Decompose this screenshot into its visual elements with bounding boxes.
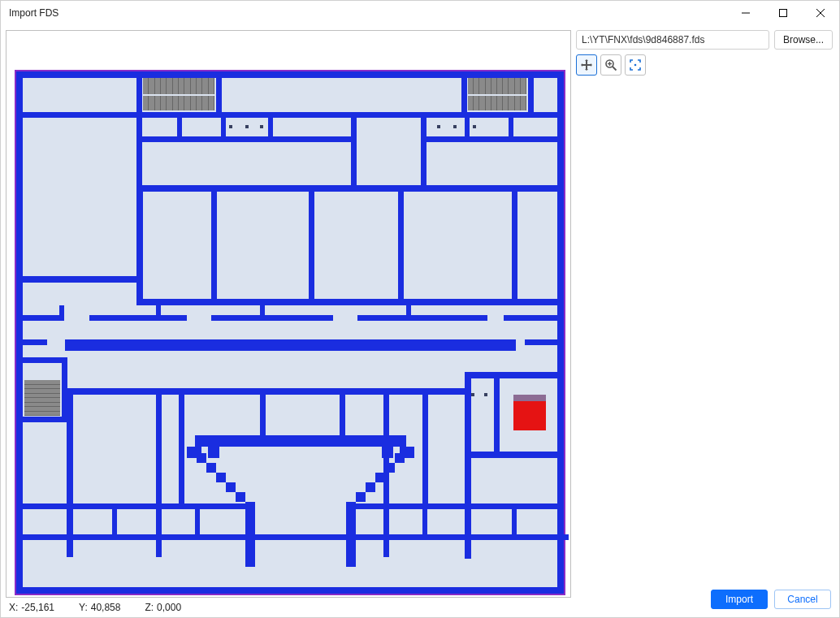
import-fds-dialog: Import FDS: [0, 0, 840, 618]
zoom-icon: [604, 58, 617, 71]
stair-top-left: [143, 78, 214, 94]
fit-view-button[interactable]: [625, 54, 646, 76]
window-title: Import FDS: [9, 7, 58, 19]
floorplan-bounds: [15, 70, 565, 595]
floorplan: [16, 71, 564, 594]
dialog-footer: Import Cancel: [576, 590, 833, 617]
zoom-tool-button[interactable]: [600, 54, 621, 76]
cancel-button[interactable]: Cancel: [774, 590, 831, 609]
fire-source: [513, 395, 546, 430]
window-controls: [727, 1, 839, 25]
view-toolbar: [576, 54, 833, 76]
stair-top-right: [468, 78, 526, 94]
stair-mid-left: [24, 380, 60, 416]
svg-line-5: [613, 67, 617, 71]
minimize-button[interactable]: [727, 1, 764, 25]
stair-top-right-2: [468, 96, 526, 110]
maximize-button[interactable]: [764, 1, 802, 25]
svg-point-8: [634, 64, 637, 67]
pan-icon: [580, 58, 593, 71]
coordinate-readout: X:-25,161 Y:40,858 Z:0,000: [6, 598, 571, 617]
svg-rect-1: [780, 10, 787, 17]
file-path-input[interactable]: L:\YT\FNX\fds\9d846887.fds: [576, 30, 769, 50]
pan-tool-button[interactable]: [576, 54, 597, 76]
coord-y: Y:40,858: [79, 602, 120, 613]
import-button[interactable]: Import: [711, 590, 768, 609]
stair-top-left-2: [143, 96, 214, 110]
preview-viewport[interactable]: [6, 30, 571, 598]
fit-icon: [629, 58, 642, 71]
browse-button[interactable]: Browse...: [774, 30, 833, 50]
close-button[interactable]: [802, 1, 839, 25]
coord-x: X:-25,161: [9, 602, 54, 613]
coord-z: Z:0,000: [145, 602, 181, 613]
titlebar: Import FDS: [1, 1, 839, 25]
